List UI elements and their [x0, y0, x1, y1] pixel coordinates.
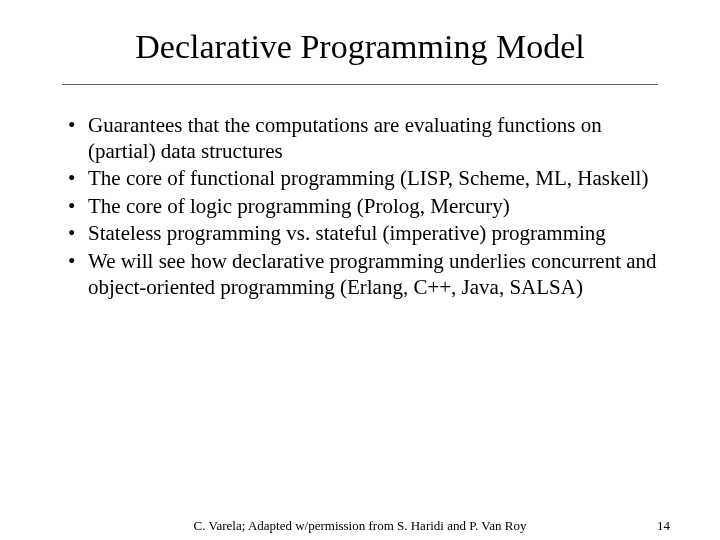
- bullet-list: Guarantees that the computations are eva…: [50, 113, 670, 300]
- bullet-item: We will see how declarative programming …: [68, 249, 670, 300]
- bullet-item: The core of logic programming (Prolog, M…: [68, 194, 670, 220]
- title-underline: [62, 84, 657, 85]
- footer-page-number: 14: [657, 518, 670, 534]
- bullet-item: The core of functional programming (LISP…: [68, 166, 670, 192]
- slide-title: Declarative Programming Model: [50, 28, 670, 72]
- bullet-item: Stateless programming vs. stateful (impe…: [68, 221, 670, 247]
- bullet-item: Guarantees that the computations are eva…: [68, 113, 670, 164]
- footer-credit: C. Varela; Adapted w/permission from S. …: [194, 518, 527, 534]
- slide: Declarative Programming Model Guarantees…: [0, 0, 720, 540]
